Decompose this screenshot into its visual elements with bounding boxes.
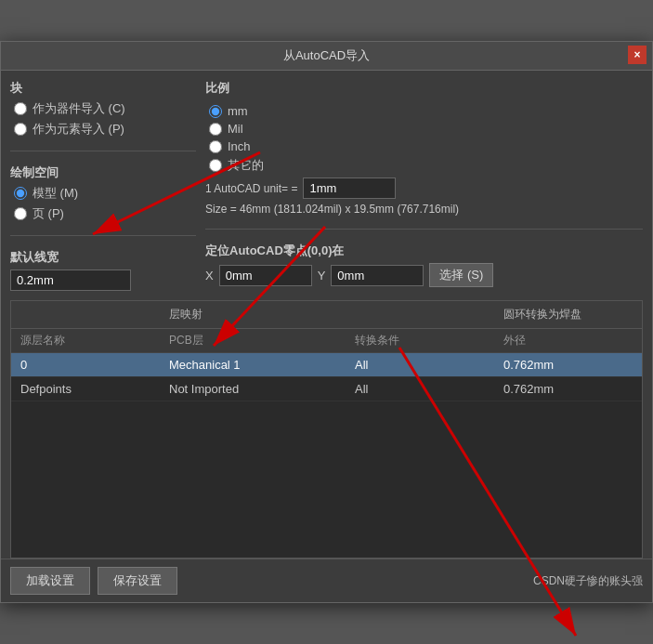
scale-radio-group: mm Mil Inch 其它的 bbox=[205, 104, 643, 174]
load-settings-button[interactable]: 加载设置 bbox=[10, 567, 90, 595]
scale-radio-3[interactable] bbox=[209, 159, 222, 172]
close-button[interactable]: × bbox=[628, 46, 646, 64]
row-1-condition: All bbox=[351, 380, 500, 398]
coordinate-row: X Y 选择 (S) bbox=[205, 263, 643, 287]
table-section: 层映射 圆环转换为焊盘 源层名称 PCB层 转换条件 外径 0 Mechanic… bbox=[1, 300, 652, 559]
scale-radio-2[interactable] bbox=[209, 140, 222, 153]
draw-space-option-0[interactable]: 模型 (M) bbox=[14, 185, 196, 202]
table-subheader: 源层名称 PCB层 转换条件 外径 bbox=[11, 329, 642, 353]
table-body: 0 Mechanical 1 All 0.762mm Defpoints Not… bbox=[11, 353, 642, 558]
row-0-outer: 0.762mm bbox=[500, 356, 636, 374]
scale-section: 比例 mm Mil Inch bbox=[205, 80, 643, 216]
block-radio-0[interactable] bbox=[14, 102, 27, 115]
block-radio-1[interactable] bbox=[14, 123, 27, 136]
divider-2 bbox=[10, 235, 196, 236]
col-source-header bbox=[17, 305, 165, 324]
col-pcb-subheader: PCB层 bbox=[165, 331, 351, 350]
unit-info-row: 1 AutoCAD unit= = bbox=[205, 177, 643, 199]
draw-space-option-1[interactable]: 页 (P) bbox=[14, 205, 196, 222]
scale-radio-0[interactable] bbox=[209, 105, 222, 118]
scale-option-0[interactable]: mm bbox=[209, 104, 643, 118]
row-0-condition: All bbox=[351, 356, 500, 374]
divider-3 bbox=[205, 229, 643, 230]
row-1-pcb: Not Imported bbox=[165, 380, 351, 398]
size-info: Size = 46mm (1811.024mil) x 19.5mm (767.… bbox=[205, 203, 643, 216]
col-condition-subheader: 转换条件 bbox=[351, 331, 500, 350]
left-panel: 块 作为器件导入 (C) 作为元素导入 (P) bbox=[10, 80, 196, 291]
divider-1 bbox=[10, 151, 196, 151]
y-input[interactable] bbox=[331, 265, 424, 286]
scale-label: 比例 bbox=[205, 80, 643, 97]
unit-value-input[interactable] bbox=[303, 177, 396, 199]
unit-info-label: 1 AutoCAD unit= = bbox=[205, 182, 297, 195]
col-source-subheader: 源层名称 bbox=[17, 331, 165, 350]
block-section: 块 作为器件导入 (C) 作为元素导入 (P) bbox=[10, 80, 196, 138]
draw-space-radio-1[interactable] bbox=[14, 207, 27, 220]
bottom-bar: 加载设置 保存设置 CSDN硬子惨的账头强 bbox=[1, 559, 652, 602]
draw-space-radio-0[interactable] bbox=[14, 187, 27, 200]
autocad-zero-section: 定位AutoCAD零点(0,0)在 X Y 选择 (S) bbox=[205, 243, 643, 287]
title-bar: 从AutoCAD导入 × bbox=[1, 42, 652, 71]
block-option-1-label: 作为元素导入 (P) bbox=[33, 121, 124, 138]
x-input[interactable] bbox=[219, 265, 312, 286]
draw-space-option-0-label: 模型 (M) bbox=[33, 185, 78, 202]
right-panel: 比例 mm Mil Inch bbox=[205, 80, 643, 291]
scale-option-3-label: 其它的 bbox=[228, 157, 264, 174]
scale-option-2-label: Inch bbox=[228, 139, 251, 153]
main-content: 块 作为器件导入 (C) 作为元素导入 (P) bbox=[1, 71, 652, 300]
watermark: CSDN硬子惨的账头强 bbox=[533, 573, 643, 589]
row-1-source: Defpoints bbox=[17, 380, 165, 398]
table-header: 层映射 圆环转换为焊盘 bbox=[11, 301, 642, 329]
row-0-pcb: Mechanical 1 bbox=[165, 356, 351, 374]
scale-option-2[interactable]: Inch bbox=[209, 139, 643, 153]
scale-option-1[interactable]: Mil bbox=[209, 122, 643, 136]
table-row[interactable]: Defpoints Not Imported All 0.762mm bbox=[11, 377, 642, 401]
select-button[interactable]: 选择 (S) bbox=[429, 263, 493, 287]
row-1-outer: 0.762mm bbox=[500, 380, 636, 398]
x-label: X bbox=[205, 269, 214, 283]
block-label: 块 bbox=[10, 80, 196, 97]
scale-option-0-label: mm bbox=[228, 104, 248, 118]
dialog-title: 从AutoCAD导入 bbox=[283, 47, 370, 64]
col-outer-subheader: 外径 bbox=[500, 331, 636, 350]
block-option-0[interactable]: 作为器件导入 (C) bbox=[14, 100, 196, 117]
table-row[interactable]: 0 Mechanical 1 All 0.762mm bbox=[11, 353, 642, 377]
default-width-label: 默认线宽 bbox=[10, 249, 196, 266]
default-width-input[interactable] bbox=[10, 269, 131, 291]
block-radio-group: 作为器件导入 (C) 作为元素导入 (P) bbox=[10, 100, 196, 138]
draw-space-radio-group: 模型 (M) 页 (P) bbox=[10, 185, 196, 222]
scale-option-3[interactable]: 其它的 bbox=[209, 157, 643, 174]
save-settings-button[interactable]: 保存设置 bbox=[98, 567, 177, 595]
col-layer-mapping-header: 层映射 bbox=[165, 305, 351, 324]
autocad-zero-label: 定位AutoCAD零点(0,0)在 bbox=[205, 243, 643, 259]
block-option-1[interactable]: 作为元素导入 (P) bbox=[14, 121, 196, 138]
scale-radio-1[interactable] bbox=[209, 123, 222, 136]
draw-space-option-1-label: 页 (P) bbox=[33, 205, 64, 222]
y-label: Y bbox=[318, 269, 326, 283]
scale-option-1-label: Mil bbox=[228, 122, 243, 136]
default-width-section: 默认线宽 bbox=[10, 249, 196, 291]
table-wrapper: 层映射 圆环转换为焊盘 源层名称 PCB层 转换条件 外径 0 Mechanic… bbox=[10, 300, 643, 559]
row-0-source: 0 bbox=[17, 356, 165, 374]
draw-space-label: 绘制空间 bbox=[10, 164, 196, 181]
col-ring-header: 圆环转换为焊盘 bbox=[500, 305, 636, 324]
col-empty-header bbox=[351, 305, 500, 324]
block-option-0-label: 作为器件导入 (C) bbox=[33, 100, 125, 117]
draw-space-section: 绘制空间 模型 (M) 页 (P) bbox=[10, 164, 196, 222]
